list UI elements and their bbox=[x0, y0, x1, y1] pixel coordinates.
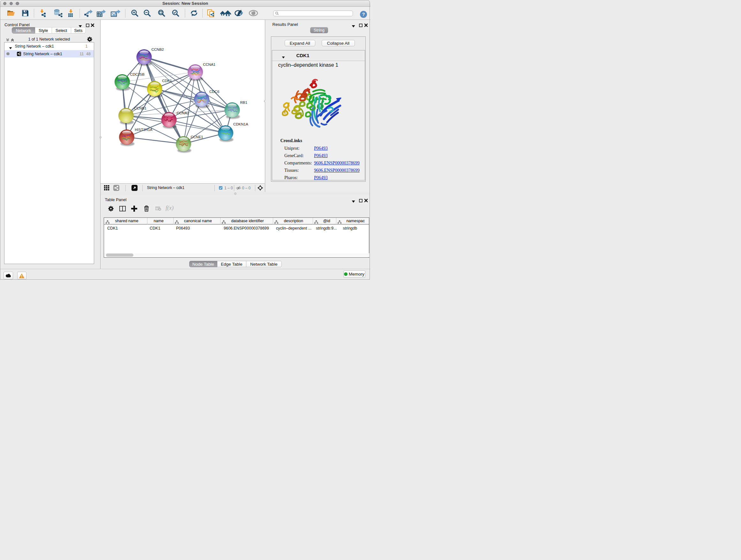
svg-text:CDC25B: CDC25B bbox=[130, 72, 145, 76]
svg-text:CCNB2: CCNB2 bbox=[151, 48, 164, 51]
svg-text:CCNA1: CCNA1 bbox=[203, 63, 215, 66]
svg-text:CDKN1A: CDKN1A bbox=[233, 122, 248, 126]
svg-text:RB1: RB1 bbox=[240, 101, 247, 105]
svg-text:CCNA2: CCNA2 bbox=[177, 111, 189, 115]
svg-text:CCNB1: CCNB1 bbox=[134, 106, 146, 110]
svg-text:HIST1H1A: HIST1H1A bbox=[135, 128, 152, 132]
svg-text:CDC6: CDC6 bbox=[209, 90, 219, 94]
svg-text:CCNE1: CCNE1 bbox=[191, 135, 203, 139]
svg-text:CDK1: CDK1 bbox=[162, 79, 172, 83]
